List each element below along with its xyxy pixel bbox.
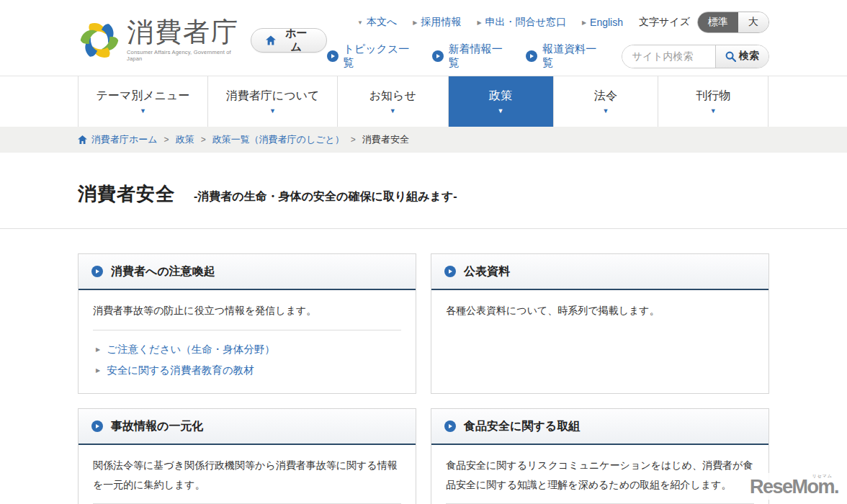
search-button[interactable]: 検索 (715, 45, 768, 68)
link-safety-education-materials[interactable]: 安全に関する消費者教育の教材 (107, 364, 254, 377)
link-label: 本文へ (367, 16, 397, 29)
agency-name: 消費者庁 (127, 18, 241, 48)
breadcrumb-bar: 消費者庁ホーム > 政策 > 政策一覧（消費者庁のしごと） > 消費者安全 (0, 127, 847, 153)
quick-links-row: トピックス一覧 新着情報一覧 報道資料一覧 (327, 42, 769, 70)
search-input[interactable] (622, 45, 715, 68)
home-icon (266, 35, 276, 45)
nav-publications[interactable]: 刊行物 ▼ (658, 76, 768, 127)
search-button-label: 検索 (739, 50, 759, 63)
search-icon (725, 51, 736, 62)
link-recruitment[interactable]: ▶ 採用情報 (413, 16, 461, 29)
nav-laws[interactable]: 法令 ▼ (553, 76, 658, 127)
divider (93, 330, 401, 330)
font-size-control: 文字サイズ 標準 大 (639, 12, 769, 33)
circle-arrow-icon (91, 266, 103, 277)
chevron-down-icon: ▼ (269, 108, 276, 114)
nav-label: 刊行物 (696, 89, 730, 104)
chevron-down-icon: ▼ (602, 108, 609, 114)
circle-arrow-icon (432, 50, 444, 62)
link-press-materials-list[interactable]: 報道資料一覧 (526, 42, 602, 70)
breadcrumb: 消費者庁ホーム > 政策 > 政策一覧（消費者庁のしごと） > 消費者安全 (78, 127, 769, 153)
breadcrumb-separator: > (164, 135, 169, 145)
arrow-right-icon: ▶ (96, 346, 100, 353)
card-description: 各種公表資料について、時系列で掲載します。 (446, 301, 754, 320)
nav-theme-menu[interactable]: テーマ別メニュー ▼ (78, 76, 207, 127)
breadcrumb-policy-link[interactable]: 政策 (176, 133, 194, 146)
card-description: 消費者事故等の防止に役立つ情報を発信します。 (93, 301, 401, 320)
logo[interactable]: 消費者庁 Consumer Affairs Agency, Government… (78, 0, 327, 76)
link-label: 申出・問合せ窓口 (485, 16, 566, 29)
agency-pinwheel-logo-icon (78, 17, 121, 63)
circle-arrow-icon (327, 50, 339, 62)
global-nav: テーマ別メニュー ▼ 消費者庁について ▼ お知らせ ▼ 政策 ▼ 法令 ▼ 刊… (0, 76, 847, 127)
caret-right-icon: ▶ (413, 19, 417, 26)
page-subtitle: -消費者の生命・身体の安全の確保に取り組みます- (194, 189, 457, 204)
font-size-label: 文字サイズ (639, 16, 690, 29)
card-description: 関係法令等に基づき関係行政機関等から消費者事故等に関する情報を一元的に集約します… (93, 456, 401, 494)
card-food-safety-initiatives: 食品安全に関する取組 食品安全に関するリスクコミュニケーションをはじめ、消費者が… (431, 408, 769, 504)
link-to-main-content[interactable]: ▼ 本文へ (357, 16, 397, 29)
link-new-info-list[interactable]: 新着情報一覧 (432, 42, 508, 70)
utility-links-row: ▼ 本文へ ▶ 採用情報 ▶ 申出・問合せ窓口 ▶ English (357, 12, 769, 33)
chevron-down-icon: ▼ (390, 108, 396, 114)
font-size-large-button[interactable]: 大 (738, 12, 768, 32)
link-label: 新着情報一覧 (449, 42, 508, 70)
list-item: ▶ 安全に関する消費者教育の教材 (93, 360, 401, 381)
caret-right-icon: ▶ (582, 19, 586, 26)
card-title: 事故情報の一元化 (111, 419, 203, 434)
watermark-ruby: リセマム (812, 473, 833, 480)
nav-news[interactable]: お知らせ ▼ (337, 76, 448, 127)
card-consumer-alerts: 消費者への注意喚起 消費者事故等の防止に役立つ情報を発信します。 ▶ ご注意くだ… (78, 253, 416, 394)
home-icon (78, 135, 87, 144)
caret-down-icon: ▼ (357, 19, 363, 26)
nav-label: 法令 (594, 89, 617, 104)
arrow-right-icon: ▶ (96, 367, 100, 374)
circle-arrow-icon (444, 420, 456, 432)
home-button[interactable]: ホーム (251, 28, 326, 53)
nav-label: テーマ別メニュー (97, 89, 190, 104)
agency-name-english: Consumer Affairs Agency, Government of J… (127, 49, 241, 62)
nav-about-agency[interactable]: 消費者庁について ▼ (207, 76, 337, 127)
chevron-down-icon: ▼ (140, 108, 146, 114)
resemom-watermark: リセマム ReseMom. (740, 473, 843, 500)
card-accident-info-centralization: 事故情報の一元化 関係法令等に基づき関係行政機関等から消費者事故等に関する情報を… (78, 408, 416, 504)
circle-arrow-icon (444, 266, 456, 277)
circle-arrow-icon (91, 420, 103, 432)
title-section: 消費者安全 -消費者の生命・身体の安全の確保に取り組みます- (0, 153, 847, 229)
main-content: 消費者への注意喚起 消費者事故等の防止に役立つ情報を発信します。 ▶ ご注意くだ… (78, 229, 769, 504)
nav-label: お知らせ (369, 89, 416, 104)
font-size-standard-button[interactable]: 標準 (698, 12, 738, 32)
breadcrumb-label: 消費者庁ホーム (91, 133, 158, 146)
breadcrumb-current-page: 消費者安全 (362, 133, 409, 146)
card-title: 公表資料 (464, 264, 510, 279)
link-english[interactable]: ▶ English (582, 17, 623, 28)
link-caution-life-body[interactable]: ご注意ください（生命・身体分野） (107, 343, 275, 356)
list-item: ▶ ご注意ください（生命・身体分野） (93, 339, 401, 360)
site-search: 検索 (622, 45, 769, 68)
nav-policies[interactable]: 政策 ▼ (448, 76, 553, 127)
card-title: 食品安全に関する取組 (464, 419, 580, 434)
card-published-materials: 公表資料 各種公表資料について、時系列で掲載します。 (431, 253, 769, 394)
nav-label: 政策 (489, 89, 512, 104)
link-topics-list[interactable]: トピックス一覧 (327, 42, 415, 70)
circle-arrow-icon (526, 50, 537, 62)
chevron-down-icon: ▼ (710, 108, 717, 114)
breadcrumb-separator: > (351, 135, 356, 145)
home-button-label: ホーム (281, 27, 312, 54)
breadcrumb-policy-list-link[interactable]: 政策一覧（消費者庁のしごと） (212, 133, 344, 146)
breadcrumb-label: 政策一覧（消費者庁のしごと） (212, 133, 344, 146)
link-inquiry-desk[interactable]: ▶ 申出・問合せ窓口 (477, 16, 565, 29)
nav-label: 消費者庁について (226, 89, 320, 104)
chevron-down-icon: ▼ (498, 108, 504, 114)
breadcrumb-separator: > (201, 135, 206, 145)
link-label: 報道資料一覧 (542, 42, 602, 70)
link-label: トピックス一覧 (344, 42, 415, 70)
page-title: 消費者安全 (78, 181, 175, 207)
link-label: English (590, 17, 623, 28)
card-title: 消費者への注意喚起 (111, 264, 215, 279)
breadcrumb-home-link[interactable]: 消費者庁ホーム (78, 133, 158, 146)
site-header: 消費者庁 Consumer Affairs Agency, Government… (0, 0, 847, 76)
card-description: 食品安全に関するリスクコミュニケーションをはじめ、消費者が食品安全に関する知識と… (446, 456, 754, 494)
link-label: 採用情報 (421, 16, 461, 29)
breadcrumb-label: 政策 (176, 133, 194, 146)
